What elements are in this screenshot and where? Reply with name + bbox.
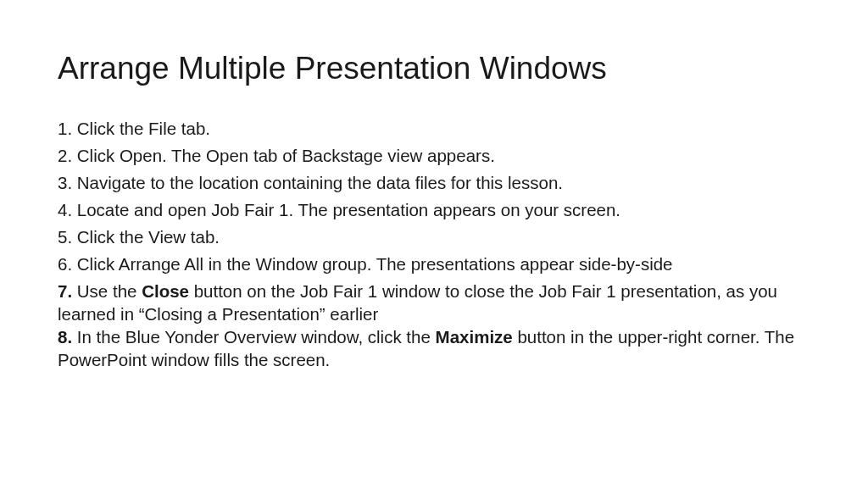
step-7-text-a: Use the [72, 281, 142, 301]
step-6: 6. Click Arrange All in the Window group… [58, 252, 810, 275]
step-4: 4. Locate and open Job Fair 1. The prese… [58, 198, 810, 221]
step-8: 8. In the Blue Yonder Overview window, c… [58, 325, 810, 371]
step-5: 5. Click the View tab. [58, 225, 810, 248]
step-3: 3. Navigate to the location containing t… [58, 171, 810, 194]
step-7: 7. Use the Close button on the Job Fair … [58, 280, 810, 325]
step-2: 2. Click Open. The Open tab of Backstage… [58, 144, 810, 167]
step-8-maximize-label: Maximize [436, 327, 513, 347]
step-7-number: 7. [58, 281, 72, 301]
step-1: 1. Click the File tab. [58, 117, 810, 140]
steps-list: 1. Click the File tab. 2. Click Open. Th… [58, 117, 810, 371]
step-7-close-label: Close [142, 281, 189, 301]
step-8-text-a: In the Blue Yonder Overview window, clic… [72, 327, 435, 347]
slide-title: Arrange Multiple Presentation Windows [58, 51, 810, 86]
step-8-number: 8. [58, 327, 72, 347]
